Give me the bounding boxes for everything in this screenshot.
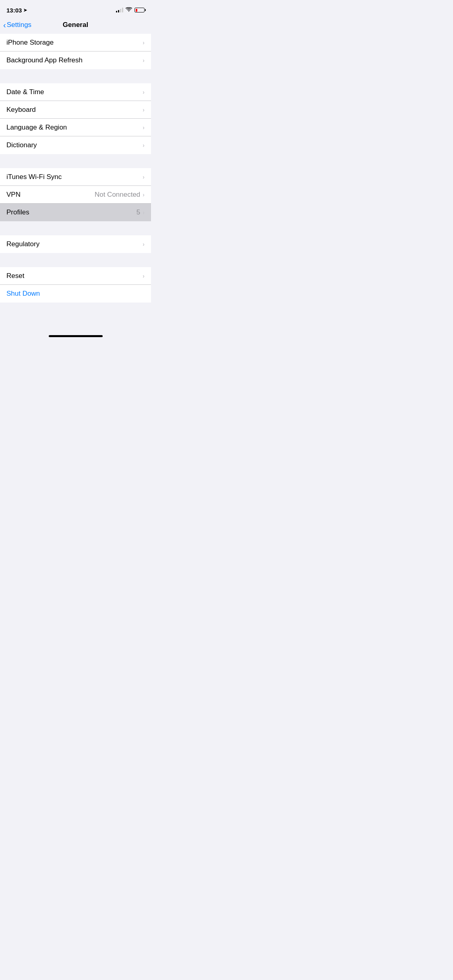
itunes-wifi-sync-chevron: › (143, 174, 145, 180)
keyboard-chevron: › (143, 107, 145, 113)
signal-bar-3 (120, 9, 121, 12)
home-indicator (0, 327, 151, 340)
back-label: Settings (7, 21, 31, 29)
battery-fill (136, 9, 137, 12)
language-region-row[interactable]: Language & Region › (0, 119, 151, 136)
back-chevron-icon: ‹ (3, 21, 6, 29)
date-time-label: Date & Time (6, 88, 44, 96)
vpn-chevron: › (143, 191, 145, 198)
section-storage-refresh: iPhone Storage › Background App Refresh … (0, 34, 151, 69)
bottom-gap (0, 303, 151, 327)
dictionary-label: Dictionary (6, 141, 37, 149)
gap-3 (0, 221, 151, 235)
status-bar: 13:03 ➤ (0, 0, 151, 18)
back-button[interactable]: ‹ Settings (3, 21, 31, 29)
nav-header: ‹ Settings General (0, 18, 151, 34)
gap-2 (0, 154, 151, 168)
reset-chevron: › (143, 273, 145, 279)
profiles-chevron: › (143, 209, 145, 216)
iphone-storage-label: iPhone Storage (6, 39, 54, 47)
dictionary-row[interactable]: Dictionary › (0, 136, 151, 154)
status-time: 13:03 ➤ (6, 7, 27, 14)
regulatory-label: Regulatory (6, 240, 39, 248)
keyboard-row[interactable]: Keyboard › (0, 101, 151, 119)
home-bar (49, 335, 103, 337)
reset-row[interactable]: Reset › (0, 267, 151, 285)
date-time-row[interactable]: Date & Time › (0, 83, 151, 101)
status-icons (116, 7, 145, 13)
signal-bar-2 (118, 10, 119, 12)
itunes-wifi-sync-row[interactable]: iTunes Wi-Fi Sync › (0, 168, 151, 186)
language-region-chevron: › (143, 124, 145, 131)
section-regulatory: Regulatory › (0, 235, 151, 253)
background-app-refresh-label: Background App Refresh (6, 56, 83, 64)
shut-down-row[interactable]: Shut Down (0, 285, 151, 303)
wifi-icon (126, 7, 132, 13)
regulatory-chevron: › (143, 241, 145, 247)
background-app-refresh-chevron: › (143, 57, 145, 64)
profiles-value: 5 (137, 208, 140, 216)
signal-bar-4 (122, 8, 123, 12)
iphone-storage-row[interactable]: iPhone Storage › (0, 34, 151, 51)
profiles-row[interactable]: Profiles 5 › (0, 204, 151, 221)
shut-down-label: Shut Down (6, 290, 40, 298)
signal-bars (116, 8, 123, 12)
keyboard-label: Keyboard (6, 106, 36, 114)
profiles-label: Profiles (6, 208, 29, 216)
time-display: 13:03 (6, 7, 22, 14)
background-app-refresh-row[interactable]: Background App Refresh › (0, 51, 151, 69)
language-region-label: Language & Region (6, 124, 67, 132)
iphone-storage-chevron: › (143, 39, 145, 46)
section-reset: Reset › Shut Down (0, 267, 151, 303)
itunes-wifi-sync-label: iTunes Wi-Fi Sync (6, 173, 62, 181)
date-time-chevron: › (143, 89, 145, 95)
signal-bar-1 (116, 11, 117, 12)
vpn-label: VPN (6, 191, 21, 199)
battery-icon (134, 8, 145, 12)
section-connectivity: iTunes Wi-Fi Sync › VPN Not Connected › … (0, 168, 151, 221)
gap-1 (0, 69, 151, 83)
section-datetime: Date & Time › Keyboard › Language & Regi… (0, 83, 151, 154)
regulatory-row[interactable]: Regulatory › (0, 235, 151, 253)
vpn-row[interactable]: VPN Not Connected › (0, 186, 151, 204)
location-icon: ➤ (23, 8, 27, 13)
gap-4 (0, 253, 151, 267)
dictionary-chevron: › (143, 142, 145, 148)
vpn-value: Not Connected (95, 191, 140, 199)
page-title: General (63, 21, 88, 29)
reset-label: Reset (6, 272, 24, 280)
